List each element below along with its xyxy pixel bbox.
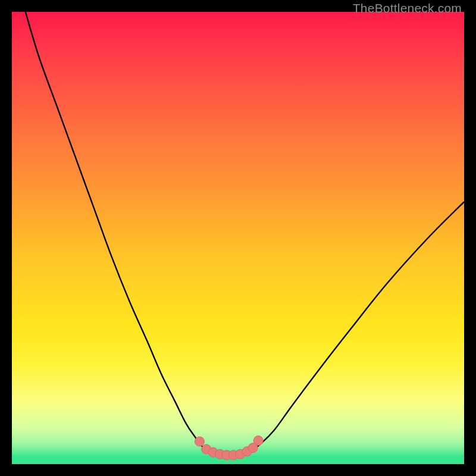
chart-frame xyxy=(12,12,464,464)
gradient-background xyxy=(12,12,464,464)
valley-marker xyxy=(253,436,263,445)
watermark-text: TheBottleneck.com xyxy=(353,1,462,15)
valley-marker xyxy=(195,437,204,446)
bottleneck-chart-svg xyxy=(12,12,464,464)
